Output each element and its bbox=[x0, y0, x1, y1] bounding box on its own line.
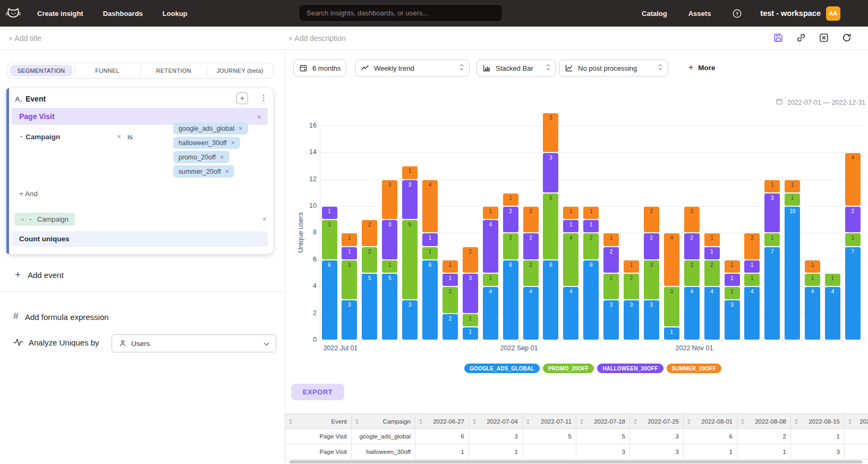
bar-segment-google-ads-global[interactable]: 3 bbox=[624, 300, 639, 340]
bar-segment-halloween-30off[interactable]: 1 bbox=[583, 220, 599, 232]
legend-pill-promo-20off[interactable]: PROMO_20OFF bbox=[543, 364, 594, 373]
bar-segment-google-ads-global[interactable]: 7 bbox=[845, 247, 861, 340]
bar-segment-summer-20off[interactable]: 1 bbox=[805, 260, 820, 273]
bar-segment-summer-20off[interactable]: 3 bbox=[543, 113, 558, 153]
bar-segment-google-ads-global[interactable]: 4 bbox=[825, 287, 840, 340]
bar-segment-halloween-30off[interactable]: 2 bbox=[644, 233, 659, 259]
bar-segment-summer-20off[interactable]: 1 bbox=[563, 207, 578, 219]
bar-segment-summer-20off[interactable]: 1 bbox=[603, 233, 619, 246]
export-button[interactable]: EXPORT bbox=[291, 384, 344, 400]
bar-segment-promo-20off[interactable]: 3 bbox=[664, 287, 679, 326]
bar-segment-promo-20off[interactable]: 5 bbox=[543, 193, 558, 259]
header-cell-2022-08-15[interactable]: 2022-08-15 bbox=[791, 414, 845, 429]
bar-segment-google-ads-global[interactable]: 1 bbox=[664, 327, 679, 340]
granularity-select[interactable]: Weekly trend bbox=[355, 60, 470, 77]
legend-pill-google-ads-global[interactable]: GOOGLE_ADS_GLOBAL bbox=[464, 364, 540, 373]
bar-segment-summer-20off[interactable]: 1 bbox=[704, 233, 720, 246]
tab-segmentation[interactable]: SEGMENTATION bbox=[8, 63, 74, 78]
bar-segment-google-ads-global[interactable]: 10 bbox=[785, 207, 800, 340]
bar-segment-google-ads-global[interactable]: 2 bbox=[442, 314, 458, 340]
bar-segment-promo-20off[interactable]: 3 bbox=[644, 260, 659, 300]
header-cell-event[interactable]: Event bbox=[285, 414, 352, 429]
bar-segment-promo-20off[interactable]: 1 bbox=[744, 274, 760, 286]
bar-segment-google-ads-global[interactable]: 4 bbox=[704, 287, 720, 340]
remove-chip-icon[interactable]: × bbox=[231, 139, 235, 147]
sort-icon[interactable] bbox=[526, 418, 530, 426]
bar-segment-summer-20off[interactable]: 3 bbox=[382, 180, 397, 220]
kebab-menu-icon[interactable]: ⋮ bbox=[260, 93, 268, 103]
bar-segment-google-ads-global[interactable]: 6 bbox=[422, 260, 438, 340]
bar-segment-summer-20off[interactable]: 2 bbox=[362, 220, 377, 246]
avatar[interactable]: AA bbox=[826, 6, 840, 21]
bar-segment-summer-20off[interactable]: 1 bbox=[785, 180, 800, 192]
bar-segment-promo-20off[interactable]: 2 bbox=[362, 247, 377, 273]
sort-icon[interactable] bbox=[580, 418, 584, 426]
analyze-by-select[interactable]: Users bbox=[112, 334, 276, 352]
legend-pill-halloween-30off[interactable]: HALLOWEEN_30OFF bbox=[597, 364, 663, 373]
header-cell-2022-08-01[interactable]: 2022-08-01 bbox=[684, 414, 737, 429]
bar-segment-halloween-30off[interactable]: 1 bbox=[422, 233, 438, 246]
sort-icon[interactable] bbox=[355, 418, 359, 426]
bar-segment-promo-20off[interactable]: 1 bbox=[764, 233, 780, 246]
header-cell-2022-07-25[interactable]: 2022-07-25 bbox=[630, 414, 684, 429]
breakdown-property[interactable]: Campaign bbox=[37, 215, 69, 223]
bar-segment-promo-20off[interactable]: 1 bbox=[805, 274, 820, 286]
bar-segment-google-ads-global[interactable]: 4 bbox=[483, 287, 498, 340]
bar-segment-halloween-30off[interactable]: 1 bbox=[704, 247, 720, 259]
bar-segment-halloween-30off[interactable]: 1 bbox=[744, 260, 760, 273]
bar-segment-promo-20off[interactable]: 2 bbox=[704, 260, 720, 286]
bar-segment-halloween-30off[interactable]: 1 bbox=[442, 274, 458, 286]
bar-segment-halloween-30off[interactable]: 2 bbox=[523, 233, 539, 259]
bar-segment-summer-20off[interactable]: 2 bbox=[744, 233, 760, 259]
bar-segment-google-ads-global[interactable]: 6 bbox=[543, 260, 558, 340]
tab-retention[interactable]: RETENTION bbox=[141, 63, 207, 78]
sort-icon[interactable] bbox=[472, 418, 476, 426]
remove-chip-icon[interactable]: × bbox=[239, 124, 243, 132]
remove-chip-icon[interactable]: × bbox=[220, 153, 224, 161]
filter-chip-promo-20off[interactable]: promo_20off× bbox=[173, 151, 229, 163]
refresh-icon[interactable] bbox=[841, 32, 852, 43]
horizontal-scrollbar[interactable] bbox=[290, 460, 862, 463]
add-condition-button[interactable]: + And bbox=[19, 190, 38, 198]
bar-segment-summer-20off[interactable]: 1 bbox=[583, 207, 599, 219]
bar-segment-halloween-30off[interactable]: 2 bbox=[603, 247, 619, 273]
bar-segment-google-ads-global[interactable]: 6 bbox=[583, 260, 599, 340]
sort-icon[interactable] bbox=[419, 418, 423, 426]
bar-segment-promo-20off[interactable]: 6 bbox=[402, 220, 418, 299]
bar-segment-google-ads-global[interactable]: 4 bbox=[563, 287, 578, 340]
header-cell-2022-07-11[interactable]: 2022-07-11 bbox=[523, 414, 576, 429]
filter-operator[interactable]: is bbox=[127, 133, 133, 141]
bar-segment-promo-20off[interactable]: 1 bbox=[845, 233, 861, 246]
bar-segment-promo-20off[interactable]: 1 bbox=[422, 247, 438, 259]
breakdown-chip[interactable]: × · Campaign bbox=[14, 213, 75, 226]
bar-segment-halloween-30off[interactable]: 4 bbox=[483, 220, 498, 273]
bar-segment-google-ads-global[interactable]: 4 bbox=[684, 287, 700, 340]
bar-segment-halloween-30off[interactable]: 3 bbox=[463, 274, 478, 313]
bar-segment-halloween-30off[interactable]: 1 bbox=[725, 274, 740, 286]
bar-segment-google-ads-global[interactable]: 4 bbox=[744, 287, 760, 340]
bar-segment-promo-20off[interactable]: 4 bbox=[563, 233, 578, 286]
filter-property[interactable]: Campaign bbox=[25, 133, 60, 141]
bar-segment-google-ads-global[interactable]: 5 bbox=[382, 274, 397, 340]
bar-segment-google-ads-global[interactable]: 7 bbox=[764, 247, 780, 340]
add-formula-button[interactable]: Add formula expression bbox=[25, 313, 109, 322]
add-event-button[interactable]: Add event bbox=[28, 271, 64, 280]
bar-segment-google-ads-global[interactable]: 3 bbox=[342, 300, 357, 340]
bar-segment-promo-20off[interactable]: 1 bbox=[463, 314, 478, 326]
add-title-button[interactable]: + Add title bbox=[8, 34, 41, 43]
bar-segment-summer-20off[interactable]: 2 bbox=[523, 207, 539, 232]
search-input[interactable] bbox=[299, 4, 503, 22]
bar-segment-halloween-30off[interactable]: 1 bbox=[563, 220, 578, 232]
copy-link-icon[interactable] bbox=[796, 32, 806, 43]
bar-segment-promo-20off[interactable]: 2 bbox=[624, 274, 639, 299]
bar-segment-summer-20off[interactable]: 2 bbox=[644, 207, 659, 232]
bar-segment-summer-20off[interactable]: 1 bbox=[624, 260, 639, 273]
bar-segment-promo-20off[interactable]: 2 bbox=[603, 274, 619, 299]
header-cell-2022-08-22[interactable]: 2022-08-22 bbox=[845, 414, 868, 429]
bar-segment-promo-20off[interactable]: 1 bbox=[825, 274, 840, 286]
remove-chip-icon[interactable]: × bbox=[225, 167, 229, 175]
nav-link-catalog[interactable]: Catalog bbox=[642, 10, 667, 18]
bar-segment-promo-20off[interactable]: 3 bbox=[322, 220, 337, 259]
bar-segment-halloween-30off[interactable]: 2 bbox=[503, 207, 518, 232]
bar-segment-promo-20off[interactable]: 2 bbox=[583, 233, 599, 259]
